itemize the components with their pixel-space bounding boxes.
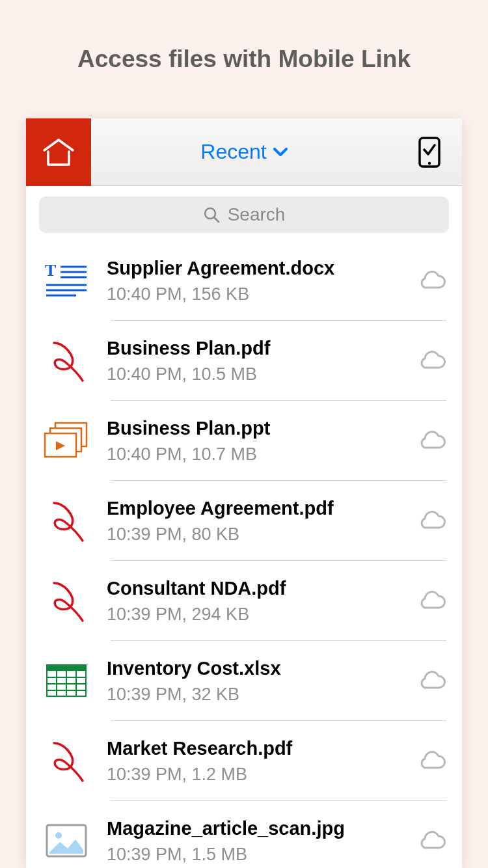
- mobile-link-button[interactable]: [397, 118, 462, 185]
- file-list: T Supplier Agreement.docx 10:40 PM, 156 …: [26, 241, 462, 868]
- xlsx-file-icon: [39, 664, 94, 697]
- file-meta: 10:39 PM, 80 KB: [107, 524, 405, 545]
- pdf-file-icon: [39, 498, 94, 543]
- home-button[interactable]: [26, 118, 91, 186]
- docx-file-icon: T: [39, 263, 94, 298]
- file-text: Market Research.pdf 10:39 PM, 1.2 MB: [107, 737, 405, 785]
- chevron-down-icon: [273, 148, 288, 157]
- file-row[interactable]: Consultant NDA.pdf 10:39 PM, 294 KB: [26, 561, 462, 640]
- mobile-link-icon: [418, 137, 441, 168]
- search-placeholder: Search: [228, 204, 286, 225]
- cloud-status-icon: [418, 591, 446, 610]
- cloud-status-icon: [418, 671, 446, 690]
- file-row[interactable]: Inventory Cost.xlsx 10:39 PM, 32 KB: [26, 641, 462, 720]
- file-row[interactable]: Magazine_article_scan.jpg 10:39 PM, 1.5 …: [26, 801, 462, 868]
- file-meta: 10:39 PM, 294 KB: [107, 604, 405, 625]
- cloud-status-icon: [418, 271, 446, 290]
- file-row[interactable]: Market Research.pdf 10:39 PM, 1.2 MB: [26, 721, 462, 800]
- file-meta: 10:39 PM, 1.2 MB: [107, 765, 405, 785]
- file-meta: 10:39 PM, 1.5 MB: [107, 845, 405, 865]
- cloud-status-icon: [418, 351, 446, 370]
- app-frame: Recent Search T: [26, 118, 462, 868]
- cloud-status-icon: [418, 511, 446, 530]
- file-name: Business Plan.pdf: [107, 336, 405, 361]
- pdf-file-icon: [39, 738, 94, 783]
- file-row[interactable]: Business Plan.pdf 10:40 PM, 10.5 MB: [26, 321, 462, 400]
- file-name: Business Plan.ppt: [107, 416, 405, 441]
- file-name: Market Research.pdf: [107, 737, 405, 761]
- file-text: Business Plan.pdf 10:40 PM, 10.5 MB: [107, 336, 405, 385]
- svg-text:T: T: [45, 263, 56, 280]
- page-title: Access files with Mobile Link: [0, 0, 488, 73]
- file-text: Employee Agreement.pdf 10:39 PM, 80 KB: [107, 496, 405, 545]
- pdf-file-icon: [39, 338, 94, 383]
- file-row[interactable]: Business Plan.ppt 10:40 PM, 10.7 MB: [26, 401, 462, 480]
- file-meta: 10:39 PM, 32 KB: [107, 685, 405, 705]
- file-meta: 10:40 PM, 10.7 MB: [107, 444, 405, 465]
- file-text: Inventory Cost.xlsx 10:39 PM, 32 KB: [107, 657, 405, 705]
- search-input[interactable]: Search: [39, 197, 449, 233]
- svg-point-1: [428, 161, 431, 164]
- file-name: Consultant NDA.pdf: [107, 576, 405, 601]
- file-meta: 10:40 PM, 10.5 MB: [107, 364, 405, 385]
- file-meta: 10:40 PM, 156 KB: [107, 284, 405, 305]
- cloud-status-icon: [418, 431, 446, 450]
- home-icon: [42, 137, 75, 167]
- file-name: Supplier Agreement.docx: [107, 256, 405, 281]
- svg-point-23: [55, 832, 62, 839]
- file-name: Magazine_article_scan.jpg: [107, 817, 405, 841]
- navbar: Recent: [26, 118, 462, 186]
- search-icon: [203, 206, 220, 223]
- jpg-file-icon: [39, 824, 94, 858]
- svg-line-3: [214, 217, 219, 222]
- cloud-status-icon: [418, 831, 446, 850]
- cloud-status-icon: [418, 751, 446, 770]
- file-row[interactable]: Employee Agreement.pdf 10:39 PM, 80 KB: [26, 481, 462, 560]
- file-name: Employee Agreement.pdf: [107, 496, 405, 521]
- file-text: Business Plan.ppt 10:40 PM, 10.7 MB: [107, 416, 405, 465]
- file-name: Inventory Cost.xlsx: [107, 657, 405, 681]
- ppt-file-icon: [39, 422, 94, 459]
- nav-title-dropdown[interactable]: Recent: [91, 118, 397, 185]
- file-text: Consultant NDA.pdf 10:39 PM, 294 KB: [107, 576, 405, 625]
- file-row[interactable]: T Supplier Agreement.docx 10:40 PM, 156 …: [26, 241, 462, 320]
- file-text: Supplier Agreement.docx 10:40 PM, 156 KB: [107, 256, 405, 305]
- pdf-file-icon: [39, 578, 94, 623]
- file-text: Magazine_article_scan.jpg 10:39 PM, 1.5 …: [107, 817, 405, 865]
- nav-title-label: Recent: [200, 140, 266, 164]
